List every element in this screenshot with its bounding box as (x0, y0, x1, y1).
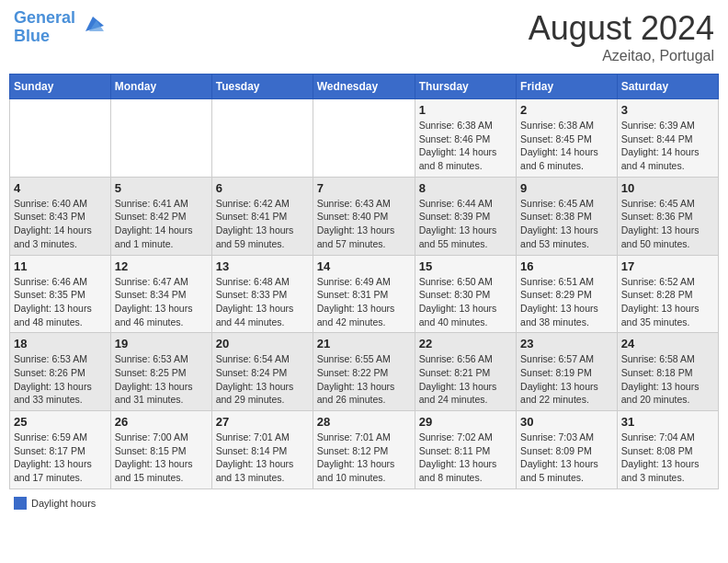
day-info: Sunrise: 6:46 AM Sunset: 8:35 PM Dayligh… (14, 275, 107, 329)
day-cell: 26Sunrise: 7:00 AM Sunset: 8:15 PM Dayli… (110, 411, 211, 489)
day-cell: 28Sunrise: 7:01 AM Sunset: 8:12 PM Dayli… (313, 411, 415, 489)
day-info: Sunrise: 6:41 AM Sunset: 8:42 PM Dayligh… (115, 197, 208, 251)
day-number: 6 (216, 181, 309, 195)
day-cell: 20Sunrise: 6:54 AM Sunset: 8:24 PM Dayli… (211, 333, 313, 411)
day-info: Sunrise: 6:47 AM Sunset: 8:34 PM Dayligh… (115, 275, 208, 329)
day-cell: 9Sunrise: 6:45 AM Sunset: 8:38 PM Daylig… (517, 177, 618, 255)
day-cell: 2Sunrise: 6:38 AM Sunset: 8:45 PM Daylig… (517, 99, 618, 178)
day-info: Sunrise: 6:39 AM Sunset: 8:44 PM Dayligh… (621, 119, 714, 173)
day-cell: 30Sunrise: 7:03 AM Sunset: 8:09 PM Dayli… (517, 411, 618, 489)
day-info: Sunrise: 6:40 AM Sunset: 8:43 PM Dayligh… (14, 197, 107, 251)
logo: General Blue (14, 9, 106, 46)
day-cell: 14Sunrise: 6:49 AM Sunset: 8:31 PM Dayli… (313, 255, 415, 333)
day-info: Sunrise: 7:01 AM Sunset: 8:12 PM Dayligh… (317, 431, 411, 485)
day-number: 30 (520, 415, 613, 429)
day-number: 28 (317, 415, 411, 429)
day-info: Sunrise: 6:49 AM Sunset: 8:31 PM Dayligh… (317, 275, 411, 329)
week-row-4: 18Sunrise: 6:53 AM Sunset: 8:26 PM Dayli… (10, 333, 719, 411)
day-header-sunday: Sunday (10, 75, 111, 99)
day-cell: 29Sunrise: 7:02 AM Sunset: 8:11 PM Dayli… (415, 411, 516, 489)
day-cell: 11Sunrise: 6:46 AM Sunset: 8:35 PM Dayli… (10, 255, 111, 333)
day-number: 11 (14, 259, 107, 273)
day-cell: 12Sunrise: 6:47 AM Sunset: 8:34 PM Dayli… (110, 255, 211, 333)
day-header-wednesday: Wednesday (313, 75, 415, 99)
day-header-friday: Friday (517, 75, 618, 99)
day-cell: 13Sunrise: 6:48 AM Sunset: 8:33 PM Dayli… (211, 255, 313, 333)
week-row-2: 4Sunrise: 6:40 AM Sunset: 8:43 PM Daylig… (10, 177, 719, 255)
title-block: August 2024 Azeitao, Portugal (529, 9, 714, 64)
day-info: Sunrise: 6:53 AM Sunset: 8:26 PM Dayligh… (14, 352, 107, 407)
day-cell (10, 99, 111, 178)
day-number: 3 (621, 103, 714, 117)
day-info: Sunrise: 7:03 AM Sunset: 8:09 PM Dayligh… (520, 431, 613, 485)
day-cell: 5Sunrise: 6:41 AM Sunset: 8:42 PM Daylig… (110, 177, 211, 255)
day-cell: 22Sunrise: 6:56 AM Sunset: 8:21 PM Dayli… (415, 333, 516, 411)
day-info: Sunrise: 6:51 AM Sunset: 8:29 PM Dayligh… (520, 275, 613, 329)
day-cell: 6Sunrise: 6:42 AM Sunset: 8:41 PM Daylig… (211, 177, 313, 255)
day-number: 26 (115, 415, 208, 429)
day-cell: 23Sunrise: 6:57 AM Sunset: 8:19 PM Dayli… (517, 333, 618, 411)
day-cell: 25Sunrise: 6:59 AM Sunset: 8:17 PM Dayli… (10, 411, 111, 489)
day-info: Sunrise: 6:55 AM Sunset: 8:22 PM Dayligh… (317, 352, 411, 407)
day-number: 25 (14, 415, 107, 429)
day-number: 9 (520, 181, 613, 195)
day-number: 14 (317, 259, 411, 273)
day-number: 13 (216, 259, 309, 273)
day-cell: 27Sunrise: 7:01 AM Sunset: 8:14 PM Dayli… (211, 411, 313, 489)
day-number: 27 (216, 415, 309, 429)
day-cell: 16Sunrise: 6:51 AM Sunset: 8:29 PM Dayli… (517, 255, 618, 333)
legend-color-box (14, 497, 27, 510)
day-info: Sunrise: 6:54 AM Sunset: 8:24 PM Dayligh… (216, 352, 309, 407)
day-number: 24 (621, 337, 714, 350)
day-headers-row: SundayMondayTuesdayWednesdayThursdayFrid… (10, 75, 719, 99)
day-header-thursday: Thursday (415, 75, 516, 99)
day-info: Sunrise: 6:50 AM Sunset: 8:30 PM Dayligh… (419, 275, 512, 329)
location: Azeitao, Portugal (529, 48, 714, 64)
week-row-3: 11Sunrise: 6:46 AM Sunset: 8:35 PM Dayli… (10, 255, 719, 333)
day-cell (110, 99, 211, 178)
day-number: 15 (419, 259, 512, 273)
day-header-tuesday: Tuesday (211, 75, 313, 99)
day-cell: 7Sunrise: 6:43 AM Sunset: 8:40 PM Daylig… (313, 177, 415, 255)
day-cell (211, 99, 313, 178)
day-cell: 10Sunrise: 6:45 AM Sunset: 8:36 PM Dayli… (617, 177, 718, 255)
page-header: General Blue August 2024 Azeitao, Portug… (9, 9, 719, 64)
day-info: Sunrise: 7:01 AM Sunset: 8:14 PM Dayligh… (216, 431, 309, 485)
day-number: 29 (419, 415, 512, 429)
logo-text: General Blue (14, 9, 75, 46)
day-number: 5 (115, 181, 208, 195)
day-cell: 24Sunrise: 6:58 AM Sunset: 8:18 PM Dayli… (617, 333, 718, 411)
week-row-5: 25Sunrise: 6:59 AM Sunset: 8:17 PM Dayli… (10, 411, 719, 489)
calendar-header: SundayMondayTuesdayWednesdayThursdayFrid… (10, 75, 719, 99)
day-header-monday: Monday (110, 75, 211, 99)
day-number: 22 (419, 337, 512, 350)
day-cell: 3Sunrise: 6:39 AM Sunset: 8:44 PM Daylig… (617, 99, 718, 178)
day-info: Sunrise: 6:45 AM Sunset: 8:36 PM Dayligh… (621, 197, 714, 251)
day-number: 23 (520, 337, 613, 350)
day-cell (313, 99, 415, 178)
day-cell: 21Sunrise: 6:55 AM Sunset: 8:22 PM Dayli… (313, 333, 415, 411)
day-info: Sunrise: 6:42 AM Sunset: 8:41 PM Dayligh… (216, 197, 309, 251)
day-number: 12 (115, 259, 208, 273)
day-cell: 4Sunrise: 6:40 AM Sunset: 8:43 PM Daylig… (10, 177, 111, 255)
day-info: Sunrise: 6:57 AM Sunset: 8:19 PM Dayligh… (520, 352, 613, 407)
day-info: Sunrise: 6:45 AM Sunset: 8:38 PM Dayligh… (520, 197, 613, 251)
day-info: Sunrise: 6:56 AM Sunset: 8:21 PM Dayligh… (419, 352, 512, 407)
day-number: 8 (419, 181, 512, 195)
day-cell: 1Sunrise: 6:38 AM Sunset: 8:46 PM Daylig… (415, 99, 516, 178)
day-cell: 18Sunrise: 6:53 AM Sunset: 8:26 PM Dayli… (10, 333, 111, 411)
calendar-table: SundayMondayTuesdayWednesdayThursdayFrid… (9, 74, 719, 489)
legend-label: Daylight hours (31, 498, 96, 509)
day-number: 18 (14, 337, 107, 350)
day-number: 7 (317, 181, 411, 195)
day-info: Sunrise: 6:59 AM Sunset: 8:17 PM Dayligh… (14, 431, 107, 485)
day-info: Sunrise: 7:02 AM Sunset: 8:11 PM Dayligh… (419, 431, 512, 485)
day-info: Sunrise: 6:38 AM Sunset: 8:45 PM Dayligh… (520, 119, 613, 173)
day-header-saturday: Saturday (617, 75, 718, 99)
day-info: Sunrise: 6:48 AM Sunset: 8:33 PM Dayligh… (216, 275, 309, 329)
day-number: 1 (419, 103, 512, 117)
day-cell: 31Sunrise: 7:04 AM Sunset: 8:08 PM Dayli… (617, 411, 718, 489)
day-cell: 8Sunrise: 6:44 AM Sunset: 8:39 PM Daylig… (415, 177, 516, 255)
day-info: Sunrise: 6:53 AM Sunset: 8:25 PM Dayligh… (115, 352, 208, 407)
day-cell: 15Sunrise: 6:50 AM Sunset: 8:30 PM Dayli… (415, 255, 516, 333)
